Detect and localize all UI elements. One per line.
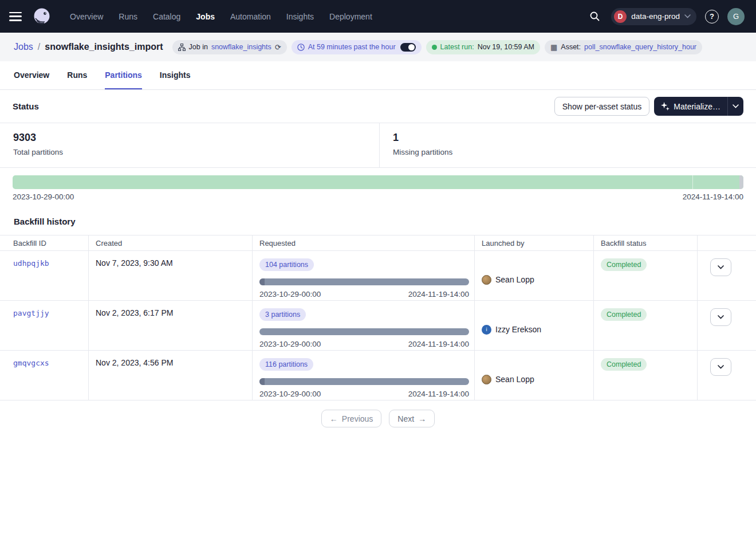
created-cell: Nov 2, 2023, 4:56 PM	[89, 351, 253, 400]
partitions-count-badge[interactable]: 116 partitions	[259, 358, 313, 371]
latest-run-prefix: Latest run:	[440, 43, 474, 51]
job-tabs: Overview Runs Partitions Insights	[0, 61, 756, 90]
next-page-button[interactable]: Next →	[389, 410, 435, 427]
job-location-badge: Job in snowflake_insights ⟳	[172, 40, 287, 54]
row-range-start: 2023-10-29-00:00	[259, 290, 321, 299]
nav-item-overview[interactable]: Overview	[70, 12, 103, 21]
help-icon[interactable]: ?	[705, 10, 719, 23]
requested-cell: 116 partitions 2023-10-29-00:00 2024-11-…	[253, 351, 475, 400]
breadcrumb-bar: Jobs / snowflake_insights_import Job in …	[0, 33, 756, 61]
total-partitions-value: 9303	[13, 132, 379, 144]
status-badge: Completed	[601, 258, 647, 271]
row-menu-button[interactable]	[710, 258, 731, 276]
job-location-prefix: Job in	[189, 43, 208, 51]
chevron-down-icon	[733, 104, 739, 108]
col-backfill-status: Backfill status	[594, 235, 698, 250]
backfill-table-header: Backfill ID Created Requested Launched b…	[0, 235, 756, 251]
nav-item-deployment[interactable]: Deployment	[329, 12, 372, 21]
requested-cell: 3 partitions 2023-10-29-00:00 2024-11-19…	[253, 301, 475, 350]
row-menu-button[interactable]	[710, 308, 731, 326]
backfill-id-link[interactable]: udhpqjkb	[13, 259, 49, 268]
partition-health-bar-wrap	[0, 168, 756, 189]
nav-item-jobs[interactable]: Jobs	[196, 12, 215, 21]
tab-overview[interactable]: Overview	[14, 61, 49, 89]
created-cell: Nov 7, 2023, 9:30 AM	[89, 251, 253, 300]
search-icon[interactable]	[586, 9, 603, 25]
launched-by-cell: i Izzy Erekson	[475, 301, 594, 350]
grid-icon: ▦	[550, 44, 557, 51]
nav-item-catalog[interactable]: Catalog	[153, 12, 180, 21]
breadcrumb-separator: /	[38, 42, 40, 52]
partitions-count-badge[interactable]: 3 partitions	[259, 308, 306, 321]
breadcrumb-jobs-link[interactable]: Jobs	[14, 42, 33, 52]
created-cell: Nov 2, 2023, 6:17 PM	[89, 301, 253, 350]
table-row: udhpqjkb Nov 7, 2023, 9:30 AM 104 partit…	[0, 251, 756, 301]
row-range-start: 2023-10-29-00:00	[259, 340, 321, 348]
schedule-label: At 59 minutes past the hour	[308, 43, 396, 51]
nav-item-insights[interactable]: Insights	[286, 12, 314, 21]
pagination: ← Previous Next →	[0, 400, 756, 427]
row-menu-button[interactable]	[710, 358, 731, 376]
range-start-label: 2023-10-29-00:00	[13, 193, 74, 201]
previous-label: Previous	[342, 414, 373, 423]
partition-health-bar[interactable]	[13, 175, 743, 189]
nav-item-runs[interactable]: Runs	[119, 12, 137, 21]
backfill-id-link[interactable]: gmqvgcxs	[13, 359, 49, 367]
refresh-icon[interactable]: ⟳	[275, 44, 281, 51]
partitions-count-badge[interactable]: 104 partitions	[259, 258, 314, 271]
sparkle-icon	[661, 102, 670, 111]
missing-partitions-label: Missing partitions	[393, 148, 452, 156]
partition-stats: 9303 Total partitions 1 Missing partitio…	[0, 123, 756, 168]
backfill-history-title: Backfill history	[0, 201, 756, 235]
tab-insights[interactable]: Insights	[160, 61, 191, 89]
asset-badge: ▦ Asset: poll_snowflake_query_history_ho…	[545, 40, 702, 54]
col-actions	[698, 235, 756, 250]
materialize-button[interactable]: Materialize…	[654, 97, 727, 116]
page-title: snowflake_insights_import	[45, 42, 163, 52]
tab-runs[interactable]: Runs	[67, 61, 87, 89]
arrow-left-icon: ←	[330, 414, 338, 423]
partition-segment-divider	[692, 175, 693, 189]
tab-partitions[interactable]: Partitions	[105, 61, 142, 89]
backfill-range-bar	[259, 278, 469, 285]
user-avatar[interactable]: G	[727, 8, 745, 25]
schedule-toggle[interactable]	[400, 43, 416, 52]
user-avatar	[482, 375, 491, 384]
materialize-split-button: Materialize…	[654, 97, 743, 116]
chevron-down-icon	[718, 265, 724, 269]
status-dot-icon	[432, 45, 437, 50]
col-backfill-id: Backfill ID	[0, 235, 89, 250]
total-partitions-stat: 9303 Total partitions	[0, 123, 380, 167]
materialize-dropdown-button[interactable]	[728, 97, 743, 116]
status-badge: Completed	[601, 358, 647, 371]
launched-by-cell: Sean Lopp	[475, 251, 594, 300]
col-launched-by: Launched by	[475, 235, 594, 250]
menu-icon[interactable]	[9, 12, 22, 21]
row-range-end: 2024-11-19-14:00	[408, 340, 469, 348]
status-badge: Completed	[601, 308, 647, 321]
deployment-switcher[interactable]: D data-eng-prod	[611, 8, 696, 25]
dagster-logo-icon[interactable]	[31, 6, 53, 28]
range-end-label: 2024-11-19-14:00	[683, 193, 743, 201]
partition-range-labels: 2023-10-29-00:00 2024-11-19-14:00	[0, 189, 756, 201]
previous-page-button[interactable]: ← Previous	[321, 410, 381, 427]
code-location-link[interactable]: snowflake_insights	[211, 43, 271, 51]
col-requested: Requested	[253, 235, 475, 250]
top-navigation-bar: Overview Runs Catalog Jobs Automation In…	[0, 0, 756, 33]
backfill-range-cap	[259, 378, 265, 385]
row-range-end: 2024-11-19-14:00	[408, 390, 469, 398]
nav-item-automation[interactable]: Automation	[230, 12, 271, 21]
launched-by-cell: Sean Lopp	[475, 351, 594, 400]
table-row: gmqvgcxs Nov 2, 2023, 4:56 PM 116 partit…	[0, 351, 756, 400]
table-row: pavgtjjy Nov 2, 2023, 6:17 PM 3 partitio…	[0, 301, 756, 351]
missing-partition-segment	[739, 175, 743, 189]
requested-cell: 104 partitions 2023-10-29-00:00 2024-11-…	[253, 251, 475, 300]
chevron-down-icon	[684, 14, 691, 18]
backfill-id-link[interactable]: pavgtjjy	[13, 309, 49, 317]
total-partitions-label: Total partitions	[13, 148, 379, 156]
latest-run-time[interactable]: Nov 19, 10:59 AM	[478, 43, 534, 51]
chevron-down-icon	[718, 365, 724, 369]
asset-link[interactable]: poll_snowflake_query_history_hour	[584, 43, 696, 51]
arrow-right-icon: →	[418, 414, 426, 423]
show-per-asset-status-button[interactable]: Show per-asset status	[554, 97, 650, 116]
